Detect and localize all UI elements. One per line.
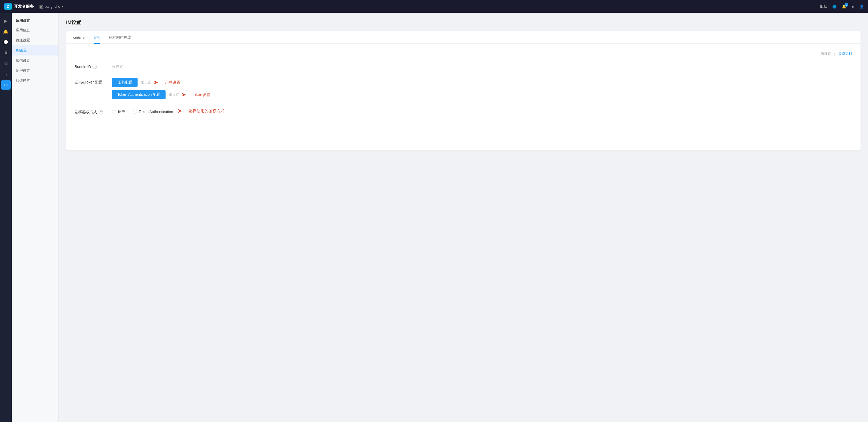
radio-cert[interactable]: 证书	[112, 109, 125, 114]
page-title: IM设置	[66, 19, 861, 26]
card-content: 未设置 | 集成文档 Bundle ID ? 未设置	[66, 44, 861, 150]
auth-method-annotation: 选择使用的鉴权方式	[188, 109, 224, 114]
radio-token-label: Token Authentication	[138, 110, 173, 114]
auth-method-label: 选择鉴权方式 ?	[75, 108, 112, 115]
logo-icon: Z	[4, 3, 12, 10]
sidebar-item-im-settings[interactable]: IM设置	[12, 46, 58, 56]
sidebar-icon-chat[interactable]: 💬	[1, 37, 11, 47]
token-arrow-icon: ➤	[181, 92, 186, 98]
cert-token-label: 证书&Token配置	[75, 78, 112, 85]
left-nav: 应用设置 应用信息 推送设置 IM设置 短信设置 周报设置 认证设置	[12, 13, 59, 422]
cert-token-content: 证书配置 未设置 ➤ 证书设置 Token Authentication 配置 …	[112, 78, 852, 99]
project-name: panghehe	[45, 4, 60, 8]
sidebar-item-app-info[interactable]: 应用信息	[12, 25, 58, 35]
logo: Z 开发者服务	[4, 3, 34, 10]
sidebar-icon-bell[interactable]: 🔔	[1, 27, 11, 36]
bundle-id-content: 未设置	[112, 62, 852, 69]
bundle-id-help-icon[interactable]: ?	[93, 65, 97, 69]
sidebar-icon-layers[interactable]: ⧉	[1, 59, 11, 68]
sidebar-item-weekly-settings[interactable]: 周报设置	[12, 66, 58, 76]
diamond-icon[interactable]: ◈	[851, 4, 854, 8]
cert-token-row: 证书&Token配置 证书配置 未设置 ➤ 证书设置 T	[75, 78, 852, 99]
tab-multi-online[interactable]: 多端同时在线	[109, 31, 131, 44]
token-annotation: token设置	[192, 92, 210, 97]
sidebar-icon-play[interactable]: ▶	[1, 16, 11, 26]
radio-group: 证书 Token Authentication	[112, 108, 173, 114]
auth-method-help-icon[interactable]: ?	[99, 110, 103, 115]
radio-cert-circle	[112, 110, 116, 114]
token-config-button[interactable]: Token Authentication 配置	[112, 90, 165, 99]
tab-android[interactable]: Android	[72, 31, 85, 44]
sidebar-item-push-settings[interactable]: 推送设置	[12, 35, 58, 46]
doc-link[interactable]: 集成文档	[838, 51, 852, 56]
cert-arrow-icon: ➤	[153, 80, 158, 85]
user-avatar[interactable]: 👤	[860, 4, 864, 8]
sidebar-icon-branch[interactable]: ⑃	[1, 69, 11, 79]
token-config-row: Token Authentication 配置 未设置 ➤ token设置	[112, 90, 852, 99]
tab-ios[interactable]: iOS	[94, 31, 100, 44]
chevron-down-icon: ▾	[62, 4, 63, 8]
icon-sidebar: ▶ 🔔 💬 🖥 ⧉ ⑃ ⚙	[0, 13, 12, 422]
cert-annotation: 证书设置	[164, 80, 181, 85]
auth-method-row: 选择鉴权方式 ? 证书 T	[75, 108, 852, 115]
status-bar: 未设置 | 集成文档	[75, 51, 852, 56]
section-title: 应用设置	[12, 15, 58, 25]
radio-token-circle	[133, 110, 137, 114]
cert-not-set: 未设置	[141, 80, 151, 85]
old-version-link[interactable]: 旧版	[820, 4, 827, 9]
auth-method-content: 证书 Token Authentication ➤ 选择使用的鉴权方式	[112, 108, 852, 114]
radio-token-auth[interactable]: Token Authentication	[133, 110, 173, 114]
radio-cert-label: 证书	[118, 109, 125, 114]
token-not-set: 未设置	[169, 92, 179, 97]
main-layout: ▶ 🔔 💬 🖥 ⧉ ⑃ ⚙ 应用设置 应用信息 推送设置 IM设置 短信设置 周…	[0, 13, 868, 422]
sidebar-item-sms-settings[interactable]: 短信设置	[12, 56, 58, 66]
sidebar-icon-monitor[interactable]: 🖥	[1, 48, 11, 58]
auth-method-select-row: 证书 Token Authentication ➤ 选择使用的鉴权方式	[112, 108, 852, 114]
topnav: Z 开发者服务 ▣ panghehe ▾ 旧版 🌐 🔔 2 ◈ 👤	[0, 0, 868, 13]
auth-method-arrow-icon: ➤	[177, 108, 182, 114]
cert-config-row: 证书配置 未设置 ➤ 证书设置	[112, 78, 852, 87]
main-card: Android iOS 多端同时在线 未设置 | 集成文档 Bundle ID …	[66, 31, 861, 150]
sidebar-icon-settings[interactable]: ⚙	[1, 80, 11, 90]
tabs-bar: Android iOS 多端同时在线	[66, 31, 861, 44]
status-divider: |	[834, 52, 835, 56]
logo-text: 开发者服务	[14, 4, 34, 9]
project-icon: ▣	[39, 4, 43, 9]
cert-config-button[interactable]: 证书配置	[112, 78, 137, 87]
notification-badge: 2	[844, 3, 848, 7]
content-area: IM设置 Android iOS 多端同时在线 未设置 | 集成文档	[59, 13, 868, 422]
bundle-id-label: Bundle ID ?	[75, 62, 112, 69]
bundle-id-value: 未设置	[112, 62, 852, 69]
notification-bell[interactable]: 🔔 2	[842, 4, 846, 8]
status-not-set: 未设置	[820, 51, 831, 56]
sidebar-item-auth-settings[interactable]: 认证设置	[12, 76, 58, 86]
bundle-id-row: Bundle ID ? 未设置	[75, 62, 852, 69]
globe-icon[interactable]: 🌐	[832, 4, 837, 8]
project-selector[interactable]: ▣ panghehe ▾	[39, 4, 63, 9]
topnav-actions: 旧版 🌐 🔔 2 ◈ 👤	[820, 4, 864, 9]
